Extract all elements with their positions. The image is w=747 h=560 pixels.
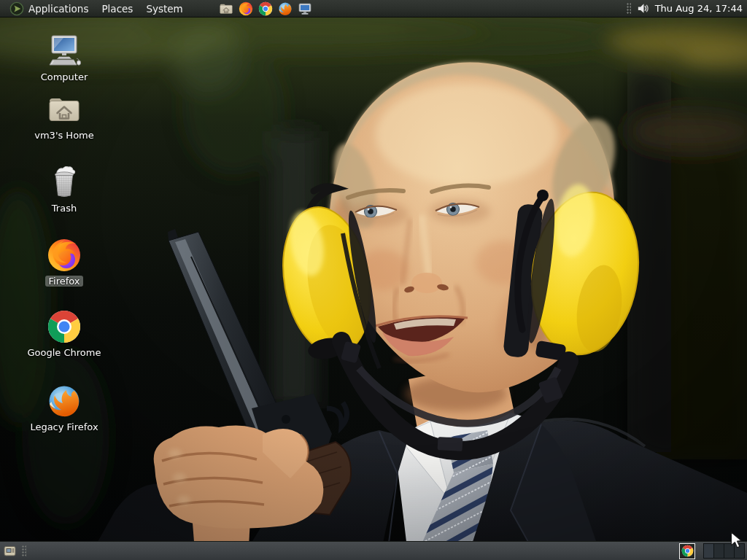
menu-applications[interactable]: Applications	[3, 0, 95, 18]
legacy-firefox-icon	[278, 1, 293, 16]
launcher-display-settings[interactable]	[298, 1, 313, 16]
menu-system-label: System	[146, 3, 182, 15]
launcher-file-manager[interactable]	[219, 1, 234, 16]
desktop-icon-label: Google Chrome	[25, 347, 104, 358]
desktop-icon-label: Firefox	[45, 276, 82, 287]
distro-logo-icon	[9, 1, 24, 16]
volume-icon	[636, 1, 650, 15]
file-manager-icon	[219, 1, 233, 16]
notification-tray	[679, 543, 695, 559]
show-desktop-button[interactable]	[2, 543, 18, 559]
tray-chrome[interactable]	[679, 543, 695, 559]
chrome-icon	[47, 309, 82, 344]
volume-applet[interactable]	[636, 1, 650, 15]
clock-applet[interactable]: Thu Aug 24, 17:44	[655, 3, 743, 14]
top-panel: Applications Places System	[0, 0, 747, 18]
display-settings-icon	[298, 1, 312, 16]
chrome-icon	[258, 1, 273, 16]
wallpaper-photo	[0, 0, 747, 560]
desktop-icon-trash[interactable]: Trash	[20, 165, 108, 214]
menu-applications-label: Applications	[28, 3, 88, 15]
desktop-icon-home[interactable]: vm3's Home	[20, 92, 108, 141]
desktop-icon-firefox[interactable]: Firefox	[20, 238, 108, 287]
panel-launchers	[219, 1, 313, 16]
chrome-icon	[681, 545, 694, 557]
desktop-icon-computer[interactable]: Computer	[20, 34, 108, 83]
desktop-icon-google-chrome[interactable]: Google Chrome	[20, 309, 108, 359]
desktop-icon-legacy-firefox[interactable]: Legacy Firefox	[20, 384, 108, 433]
desktop-icon-label: Trash	[49, 203, 80, 214]
bottom-panel	[0, 541, 747, 560]
home-folder-icon	[47, 92, 82, 127]
computer-icon	[47, 34, 82, 69]
menu-places[interactable]: Places	[95, 0, 139, 18]
launcher-firefox[interactable]	[239, 1, 254, 16]
legacy-firefox-icon	[47, 384, 82, 419]
firefox-icon	[239, 1, 253, 16]
workspace-1[interactable]	[703, 543, 714, 559]
desktop-icon-label: Legacy Firefox	[27, 421, 101, 432]
trash-icon	[47, 165, 82, 200]
menu-places-label: Places	[101, 3, 133, 15]
firefox-icon	[47, 238, 82, 273]
menu-system[interactable]: System	[139, 0, 189, 18]
desktop-icon-label: Computer	[38, 71, 91, 82]
mouse-cursor	[730, 532, 743, 549]
launcher-legacy-firefox[interactable]	[278, 1, 293, 16]
applet-handle[interactable]	[627, 3, 631, 15]
desktop-root: Applications Places System	[0, 0, 747, 560]
launcher-chrome[interactable]	[258, 1, 274, 16]
workspace-2[interactable]	[714, 543, 724, 559]
desktop-icon-label: vm3's Home	[31, 130, 97, 141]
window-list-handle[interactable]	[22, 545, 26, 557]
show-desktop-icon	[4, 545, 17, 558]
